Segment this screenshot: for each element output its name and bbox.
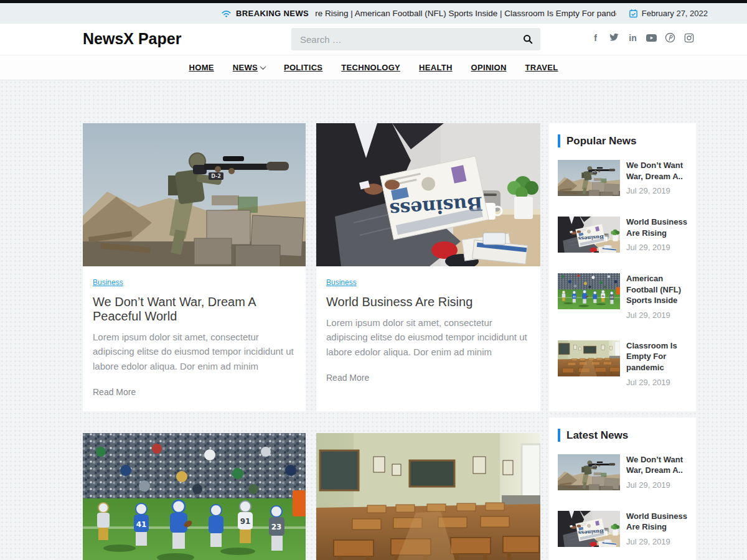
latest-item-war[interactable]: We Don’t Want War, Dream A.. Jul 29, 201… xyxy=(558,454,687,490)
sidebar: Popular News We Don’t Want War, Dream A.… xyxy=(549,123,696,560)
thumb-business xyxy=(558,217,620,253)
site-header: NewsX Paper f in xyxy=(0,24,747,55)
nav-item-travel[interactable]: TRAVEL xyxy=(525,63,558,72)
search-icon xyxy=(523,34,533,44)
instagram-icon[interactable] xyxy=(684,32,694,43)
popular-item-title[interactable]: American Football (NFL) Sports Inside xyxy=(626,273,687,306)
latest-item-title[interactable]: We Don’t Want War, Dream A.. xyxy=(626,454,687,476)
site-logo[interactable]: NewsX Paper xyxy=(83,30,181,48)
thumb-soldier xyxy=(558,160,620,196)
article-image-football[interactable] xyxy=(83,433,306,560)
latest-news-heading: Latest News xyxy=(558,429,687,442)
popular-item-football[interactable]: American Football (NFL) Sports Inside Ju… xyxy=(558,273,687,320)
latest-item-date: Jul 29, 2019 xyxy=(626,480,687,490)
latest-news-panel: Latest News We Don’t Want War, Dream A..… xyxy=(549,418,696,560)
popular-item-classroom[interactable]: Classroom Is Empty For pandemic Jul 29, … xyxy=(558,340,687,387)
facebook-icon[interactable]: f xyxy=(590,32,601,43)
breaking-news-bar: BREAKING NEWS re Rising | American Footb… xyxy=(0,3,747,24)
article-grid: Business We Don’t Want War, Dream A Peac… xyxy=(83,123,540,560)
popular-item-title[interactable]: World Business Are Rising xyxy=(626,217,687,238)
twitter-icon[interactable] xyxy=(609,32,619,43)
article-card-classroom xyxy=(316,433,540,560)
popular-item-business[interactable]: World Business Are Rising Jul 29, 2019 xyxy=(558,217,687,253)
article-title[interactable]: We Don’t Want War, Dream A Peaceful Worl… xyxy=(93,295,296,324)
article-card-war: Business We Don’t Want War, Dream A Peac… xyxy=(83,123,306,411)
breaking-news-label: BREAKING NEWS xyxy=(236,9,309,18)
pinterest-icon[interactable] xyxy=(665,32,675,43)
search-bar xyxy=(291,28,540,50)
calendar-icon xyxy=(629,9,638,18)
nav-item-technology[interactable]: TECHNOLOGY xyxy=(341,63,400,72)
nav-item-home[interactable]: HOME xyxy=(189,63,214,72)
nav-item-health[interactable]: HEALTH xyxy=(419,63,453,72)
latest-item-title[interactable]: World Business Are Rising xyxy=(626,511,687,533)
read-more-link[interactable]: Read More xyxy=(93,387,136,397)
latest-item-business[interactable]: World Business Are Rising Jul 29, 2019 xyxy=(558,511,687,547)
thumb-football xyxy=(558,273,620,309)
read-more-link[interactable]: Read More xyxy=(326,373,369,383)
social-links: f in xyxy=(590,32,694,43)
current-date: February 27, 2022 xyxy=(642,9,708,18)
page: BREAKING NEWS re Rising | American Footb… xyxy=(0,0,747,560)
content-area: Business We Don’t Want War, Dream A Peac… xyxy=(0,80,747,560)
broadcast-icon xyxy=(221,9,232,18)
popular-item-title[interactable]: Classroom Is Empty For pandemic xyxy=(626,340,687,373)
thumb-soldier xyxy=(558,454,620,490)
article-title[interactable]: World Business Are Rising xyxy=(326,295,530,309)
article-excerpt: Lorem ipsum dolor sit amet, consectetur … xyxy=(326,315,530,359)
popular-item-date: Jul 29, 2019 xyxy=(626,186,687,195)
popular-item-date: Jul 29, 2019 xyxy=(626,378,687,387)
latest-item-date: Jul 29, 2019 xyxy=(626,537,687,546)
popular-item-date: Jul 29, 2019 xyxy=(626,243,687,252)
category-link[interactable]: Business xyxy=(93,278,123,287)
chevron-down-icon xyxy=(260,63,266,70)
article-card-business: Business World Business Are Rising Lorem… xyxy=(316,123,540,411)
search-input[interactable] xyxy=(291,34,515,45)
nav-item-news[interactable]: NEWS xyxy=(233,63,265,72)
search-button[interactable] xyxy=(515,34,540,44)
nav-item-politics[interactable]: POLITICS xyxy=(284,63,322,72)
popular-news-panel: Popular News We Don’t Want War, Dream A.… xyxy=(549,123,696,411)
popular-news-heading: Popular News xyxy=(558,134,687,147)
article-card-football xyxy=(83,433,306,560)
popular-item-title[interactable]: We Don’t Want War, Dream A.. xyxy=(626,160,687,182)
youtube-icon[interactable] xyxy=(646,32,657,43)
thumb-business xyxy=(558,511,620,547)
breaking-news-group: BREAKING NEWS re Rising | American Footb… xyxy=(221,9,616,18)
news-ticker[interactable]: re Rising | American Football (NFL) Spor… xyxy=(315,9,616,18)
popular-item-date: Jul 29, 2019 xyxy=(626,310,687,320)
category-link[interactable]: Business xyxy=(326,278,357,287)
article-image-business[interactable] xyxy=(316,123,540,266)
article-excerpt: Lorem ipsum dolor sit amet, consectetur … xyxy=(93,330,296,373)
thumb-classroom xyxy=(558,340,620,376)
main-nav: HOME NEWS POLITICS TECHNOLOGY HEALTH OPI… xyxy=(0,55,747,80)
linkedin-icon[interactable]: in xyxy=(627,32,638,43)
article-image-classroom[interactable] xyxy=(316,433,540,560)
article-image-soldier[interactable] xyxy=(83,123,306,266)
popular-item-war[interactable]: We Don’t Want War, Dream A.. Jul 29, 201… xyxy=(558,160,687,196)
nav-item-opinion[interactable]: OPINION xyxy=(471,63,507,72)
date-display: February 27, 2022 xyxy=(629,9,708,18)
